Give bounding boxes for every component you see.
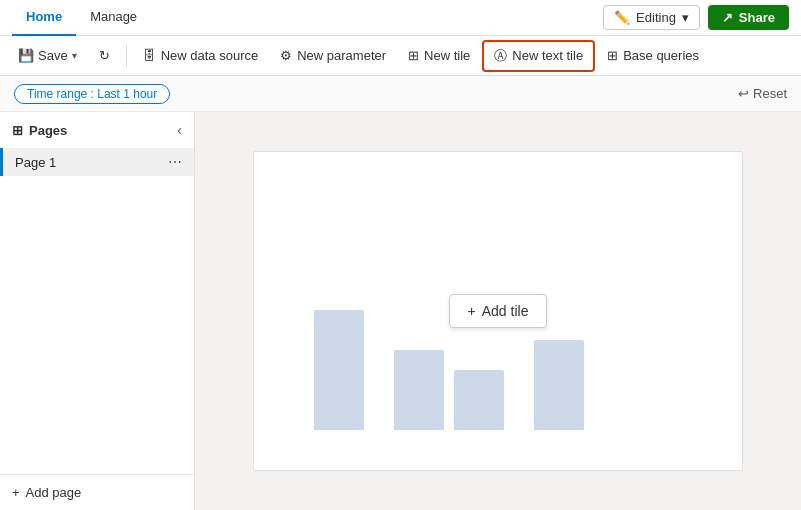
sidebar-item-page1[interactable]: Page 1 ⋯ <box>0 148 194 176</box>
collapse-icon: ‹ <box>177 122 182 138</box>
nav-right: ✏️ Editing ▾ ↗ Share <box>603 5 789 30</box>
toolbar: 💾 Save ▾ ↻ 🗄 New data source ⚙ New param… <box>0 36 801 76</box>
refresh-button[interactable]: ↻ <box>89 43 120 68</box>
page1-label: Page 1 <box>15 155 56 170</box>
new-data-source-label: New data source <box>161 48 259 63</box>
top-nav: Home Manage ✏️ Editing ▾ ↗ Share <box>0 0 801 36</box>
new-text-tile-label: New text tile <box>512 48 583 63</box>
toolbar-divider <box>126 44 127 68</box>
time-range-filter[interactable]: Time range : Last 1 hour <box>14 84 170 104</box>
parameter-icon: ⚙ <box>280 48 292 63</box>
save-dropdown-icon: ▾ <box>72 50 77 61</box>
sidebar: ⊞ Pages ‹ Page 1 ⋯ + Add page <box>0 112 195 510</box>
bar-group-1 <box>314 310 364 430</box>
bar-4 <box>534 340 584 430</box>
new-data-source-button[interactable]: 🗄 New data source <box>133 43 269 68</box>
add-page-label: Add page <box>26 485 82 500</box>
add-page-footer[interactable]: + Add page <box>0 474 194 510</box>
canvas-area: + Add tile <box>195 112 801 510</box>
tab-home[interactable]: Home <box>12 0 76 36</box>
editing-button[interactable]: ✏️ Editing ▾ <box>603 5 700 30</box>
sidebar-header-left: ⊞ Pages <box>12 123 67 138</box>
sidebar-header: ⊞ Pages ‹ <box>0 112 194 148</box>
pages-icon: ⊞ <box>12 123 23 138</box>
bar-2 <box>394 350 444 430</box>
base-queries-label: Base queries <box>623 48 699 63</box>
bar-3 <box>454 370 504 430</box>
tab-home-label: Home <box>26 9 62 24</box>
refresh-icon: ↻ <box>99 48 110 63</box>
editing-label: Editing <box>636 10 676 25</box>
add-tile-button[interactable]: + Add tile <box>449 294 548 328</box>
tab-manage-label: Manage <box>90 9 137 24</box>
reset-button[interactable]: ↩ Reset <box>738 86 787 101</box>
filter-bar: Time range : Last 1 hour ↩ Reset <box>0 76 801 112</box>
nav-tabs: Home Manage <box>12 0 151 36</box>
bar-group-2 <box>394 350 504 430</box>
save-label: Save <box>38 48 68 63</box>
save-icon: 💾 <box>18 48 34 63</box>
tab-manage[interactable]: Manage <box>76 0 151 36</box>
chevron-down-icon: ▾ <box>682 10 689 25</box>
new-text-tile-button[interactable]: Ⓐ New text tile <box>482 40 595 72</box>
reset-label: Reset <box>753 86 787 101</box>
bar-1 <box>314 310 364 430</box>
tile-icon: ⊞ <box>408 48 419 63</box>
add-tile-plus-icon: + <box>468 303 476 319</box>
reset-icon: ↩ <box>738 86 749 101</box>
page-menu-button[interactable]: ⋯ <box>168 154 182 170</box>
canvas: + Add tile <box>253 151 743 471</box>
share-button[interactable]: ↗ Share <box>708 5 789 30</box>
share-icon: ↗ <box>722 10 733 25</box>
datasource-icon: 🗄 <box>143 48 156 63</box>
bar-group-3 <box>534 340 584 430</box>
save-button[interactable]: 💾 Save ▾ <box>8 43 87 68</box>
new-parameter-button[interactable]: ⚙ New parameter <box>270 43 396 68</box>
share-label: Share <box>739 10 775 25</box>
page-menu-icon: ⋯ <box>168 154 182 170</box>
new-tile-label: New tile <box>424 48 470 63</box>
base-queries-icon: ⊞ <box>607 48 618 63</box>
base-queries-button[interactable]: ⊞ Base queries <box>597 43 709 68</box>
main-layout: ⊞ Pages ‹ Page 1 ⋯ + Add page <box>0 112 801 510</box>
time-range-label: Time range : Last 1 hour <box>27 87 157 101</box>
add-tile-label: Add tile <box>482 303 529 319</box>
new-tile-button[interactable]: ⊞ New tile <box>398 43 480 68</box>
collapse-button[interactable]: ‹ <box>177 122 182 138</box>
add-page-icon: + <box>12 485 20 500</box>
text-tile-icon: Ⓐ <box>494 47 507 65</box>
pencil-icon: ✏️ <box>614 10 630 25</box>
pages-title: Pages <box>29 123 67 138</box>
new-parameter-label: New parameter <box>297 48 386 63</box>
